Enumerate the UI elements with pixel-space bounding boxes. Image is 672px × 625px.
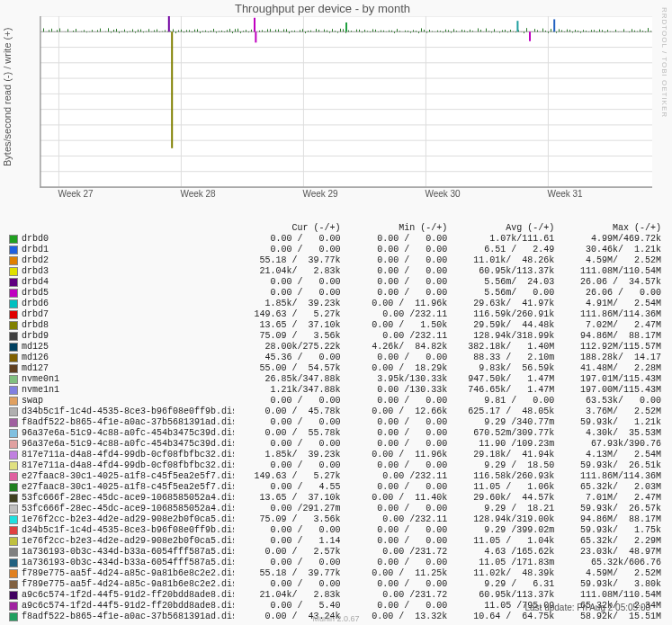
legend-value: 0.00 / 0.00 [341,245,448,255]
svg-rect-146 [348,31,349,32]
legend-value: 111.86M/114.36M [554,471,661,482]
svg-rect-123 [286,29,287,31]
svg-rect-228 [569,30,570,31]
legend-swatch [9,483,18,492]
legend-label: drbd4 [22,277,234,288]
legend-row: 1e76f2cc-b2e3-4d2e-ad29-908e2b0f0ca5.dis… [9,536,661,547]
legend-swatch [9,526,18,535]
legend-value: 3.76M/ 2.52M [554,406,661,417]
legend-row: nvme0n126.85k/347.88k3.95k/130.33k947.50… [9,374,661,385]
svg-rect-64 [127,31,128,32]
legend-label: 53fc666f-28ec-45dc-ace9-1068585052a4.dis… [22,504,234,514]
legend-value: 746.65k/ 1.47M [447,385,554,396]
legend-label: a9c6c574-1f2d-44f5-91d2-ff20bdd8ade8.dis… [22,601,234,612]
legend-swatch [9,461,18,470]
svg-rect-138 [327,31,327,32]
svg-rect-250 [629,31,630,32]
legend-value: 59.93k/ 1.75k [554,525,661,536]
legend-swatch [9,299,18,308]
svg-rect-202 [499,31,500,32]
svg-rect-35 [49,30,49,31]
svg-rect-179 [437,31,438,32]
svg-rect-97 [216,31,217,32]
svg-rect-93 [205,31,206,31]
legend-value: 5.56m/ 0.00 [447,288,554,299]
svg-rect-103 [232,31,233,33]
svg-rect-182 [445,30,446,32]
svg-rect-169 [410,31,411,32]
legend-row: md12645.36 / 0.000.00 / 0.0088.33 / 2.10… [9,353,661,363]
svg-rect-192 [472,31,473,31]
legend-value: 75.09 / 3.56k [234,514,341,525]
legend-swatch [9,504,18,513]
svg-rect-149 [356,30,357,32]
svg-rect-126 [294,31,295,31]
legend-value: 0.00 /130.33k [341,385,448,396]
legend-value: 382.18k/ 1.40M [447,342,554,353]
legend-value: 9.29 /399.02m [447,525,554,536]
svg-rect-132 [310,31,311,32]
legend-value: 65.32k/ 2.29M [554,536,661,547]
legend-value: 0.00 / 0.00 [341,396,448,406]
legend-swatch [9,256,18,265]
legend-value: 28.00k/275.22k [234,342,341,353]
legend-value: 4.30k/ 35.53M [554,428,661,439]
svg-rect-60 [116,29,117,31]
legend-value: 0.00 / 0.00 [341,428,448,439]
legend-swatch [9,494,18,503]
legend-value: 11.05 / 1.06k [447,482,554,493]
legend-value: 0.00 / 55.78k [234,428,341,439]
legend-value: 0.00 / 2.57k [234,547,341,558]
svg-rect-120 [278,30,279,32]
svg-rect-85 [184,31,184,32]
svg-rect-189 [464,31,465,32]
legend-row: 53fc666f-28ec-45dc-ace9-1068585052a4.dis… [9,493,661,504]
legend-label: drbd9 [22,331,234,342]
legend-label: 817e711a-d4a8-4fd4-99db-0cf08fbfbc32.dis… [22,450,234,460]
svg-rect-142 [337,31,338,32]
legend-swatch [9,418,18,427]
legend-value: 0.00 / 0.00 [341,439,448,450]
legend-value: 5.56m/ 24.03 [447,277,554,288]
svg-rect-107 [243,31,244,31]
svg-rect-49 [86,31,87,32]
svg-rect-65 [130,31,130,32]
svg-rect-119 [275,30,276,31]
svg-rect-164 [397,29,398,31]
legend-label: 1e76f2cc-b2e3-4d2e-ad29-908e2b0f0ca5.dis… [22,514,234,525]
legend-value: 55.18 / 39.77k [234,568,341,579]
legend-value: 1.07k/111.61 [447,234,554,245]
svg-rect-51 [92,30,93,31]
legend-value: 149.63 / 5.27k [234,309,341,320]
svg-rect-216 [537,31,538,32]
svg-rect-198 [488,31,489,31]
legend-row: 1a736193-0b3c-434d-b33a-6054fff587a5.dis… [9,558,661,568]
svg-rect-110 [251,30,252,31]
legend-swatch [9,569,18,578]
svg-rect-68 [138,30,139,31]
legend-swatch [9,440,18,449]
legend-value: 65.32k/ 2.03M [554,482,661,493]
svg-rect-232 [580,31,581,32]
legend-value: 0.00 / 0.00 [234,460,341,471]
legend-value: 11.90 /109.23m [447,439,554,450]
svg-rect-150 [359,30,360,31]
legend-value: 0.00 / 0.00 [234,579,341,590]
svg-rect-240 [602,30,603,31]
svg-rect-57 [108,28,109,31]
legend-value: 0.00 /232.11 [341,309,448,320]
svg-rect-144 [343,29,344,31]
svg-rect-137 [324,30,325,32]
legend-value: 0.00 / 0.00 [341,277,448,288]
svg-rect-84 [181,30,182,31]
legend-swatch [9,429,18,438]
legend-label: drbd8 [22,320,234,331]
legend-value: 625.17 / 48.05k [447,406,554,417]
legend-row: f789e775-aa5f-4d24-a85c-9a81b6e8c2e2.dis… [9,579,661,590]
svg-rect-256 [645,31,646,32]
chart-title: Throughput per device - by month [0,2,645,15]
svg-rect-251 [632,29,632,31]
svg-rect-104 [235,29,236,31]
legend-value: 947.50k/ 1.47M [447,374,554,385]
legend-value: 9.29 / 18.21 [447,504,554,514]
